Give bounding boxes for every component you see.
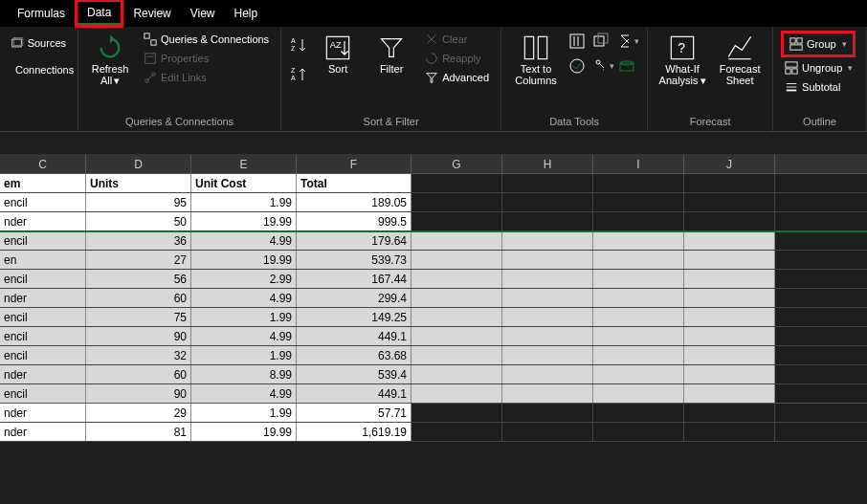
col-header-j[interactable]: J [684, 155, 775, 173]
cell[interactable] [684, 174, 775, 192]
cell[interactable] [684, 251, 775, 269]
cell[interactable] [593, 193, 684, 211]
cell[interactable] [684, 384, 775, 403]
cell[interactable]: encil [0, 232, 86, 250]
subtotal-button[interactable]: Subtotal [781, 78, 844, 96]
cell[interactable]: 75 [86, 308, 191, 326]
cell[interactable]: 1.99 [191, 308, 297, 326]
cell[interactable] [684, 365, 775, 383]
cell[interactable]: 19.99 [191, 423, 297, 441]
cell[interactable] [684, 232, 775, 250]
text-to-columns-button[interactable]: Text to Columns [509, 31, 563, 86]
remove-duplicates-button[interactable] [593, 31, 614, 52]
cell[interactable]: 4.99 [191, 327, 297, 345]
cell[interactable] [411, 289, 502, 307]
refresh-all-button[interactable]: Refresh All▾ [86, 31, 134, 86]
cell[interactable]: 4.99 [191, 232, 297, 250]
cell[interactable]: 50 [86, 212, 191, 230]
what-if-button[interactable]: ? What-If Analysis▾ [656, 31, 709, 86]
cell[interactable] [593, 327, 684, 345]
cell[interactable]: nder [0, 365, 86, 383]
cell[interactable] [411, 346, 502, 364]
cell[interactable]: 4.99 [191, 289, 297, 307]
consolidate-button[interactable]: ▾ [618, 31, 639, 52]
cell[interactable] [502, 423, 593, 441]
cell[interactable] [502, 174, 593, 192]
cell[interactable] [593, 404, 684, 422]
cell[interactable] [684, 270, 775, 288]
formula-bar[interactable] [0, 132, 867, 155]
cell[interactable] [593, 346, 684, 364]
cell[interactable] [502, 308, 593, 326]
cell[interactable]: 1.99 [191, 193, 297, 211]
menu-help[interactable]: Help [225, 3, 268, 24]
cell[interactable] [502, 346, 593, 364]
data-model-button[interactable] [618, 55, 639, 77]
col-header-c[interactable]: C [0, 155, 86, 173]
cell[interactable]: 32 [86, 346, 191, 364]
cell[interactable] [684, 423, 775, 441]
forecast-sheet-button[interactable]: Forecast Sheet [715, 31, 765, 86]
flash-fill-button[interactable] [568, 31, 589, 52]
col-header-h[interactable]: H [502, 155, 593, 173]
cell[interactable] [411, 384, 502, 403]
menu-review[interactable]: Review [123, 3, 180, 24]
cell[interactable]: 19.99 [191, 212, 297, 230]
cell[interactable] [411, 404, 502, 422]
cell[interactable]: 8.99 [191, 365, 297, 383]
cell[interactable] [684, 404, 775, 422]
cell[interactable] [593, 232, 684, 250]
relationships-button[interactable]: ▾ [593, 55, 614, 77]
cell[interactable] [502, 289, 593, 307]
header-cell[interactable]: em [0, 174, 86, 192]
recent-sources-button[interactable]: Sources [8, 34, 70, 52]
cell[interactable] [593, 384, 684, 403]
cell[interactable]: 449.1 [297, 384, 411, 403]
col-header-d[interactable]: D [86, 155, 191, 173]
col-header-e[interactable]: E [191, 155, 297, 173]
cell[interactable]: 60 [86, 289, 191, 307]
filter-button[interactable]: Filter [367, 31, 415, 75]
cell[interactable]: nder [0, 289, 86, 307]
cell[interactable] [502, 384, 593, 403]
cell[interactable] [411, 232, 502, 250]
cell[interactable]: 999.5 [297, 212, 411, 230]
cell[interactable]: en [0, 251, 86, 269]
cell[interactable] [502, 365, 593, 383]
cell[interactable] [593, 365, 684, 383]
header-cell[interactable]: Total [297, 174, 411, 192]
cell[interactable]: nder [0, 212, 86, 230]
cell[interactable] [593, 251, 684, 269]
cell[interactable] [411, 365, 502, 383]
cell[interactable]: 29 [86, 404, 191, 422]
cell[interactable]: 19.99 [191, 251, 297, 269]
cell[interactable] [502, 404, 593, 422]
queries-connections-button[interactable]: Queries & Connections [140, 31, 273, 48]
cell[interactable] [411, 212, 502, 230]
cell[interactable] [411, 251, 502, 269]
data-validation-button[interactable] [568, 55, 589, 77]
cell[interactable] [411, 193, 502, 211]
cell[interactable]: encil [0, 346, 86, 364]
cell[interactable] [684, 212, 775, 230]
cell[interactable]: 449.1 [297, 327, 411, 345]
cell[interactable]: 4.99 [191, 384, 297, 403]
spreadsheet-grid[interactable]: CDEFGHIJ emUnitsUnit CostTotalencil951.9… [0, 155, 867, 442]
sort-button[interactable]: AZ Sort [314, 31, 362, 75]
cell[interactable] [593, 289, 684, 307]
cell[interactable]: 167.44 [297, 270, 411, 288]
cell[interactable] [593, 212, 684, 230]
header-cell[interactable]: Units [86, 174, 191, 192]
cell[interactable] [593, 270, 684, 288]
group-button[interactable]: Group ▾ [784, 33, 853, 55]
cell[interactable] [411, 308, 502, 326]
cell[interactable]: 27 [86, 251, 191, 269]
cell[interactable]: 1,619.19 [297, 423, 411, 441]
cell[interactable]: encil [0, 308, 86, 326]
advanced-button[interactable]: Advanced [421, 69, 493, 86]
cell[interactable] [593, 174, 684, 192]
cell[interactable] [684, 193, 775, 211]
cell[interactable] [411, 423, 502, 441]
cell[interactable] [684, 327, 775, 345]
cell[interactable] [502, 270, 593, 288]
